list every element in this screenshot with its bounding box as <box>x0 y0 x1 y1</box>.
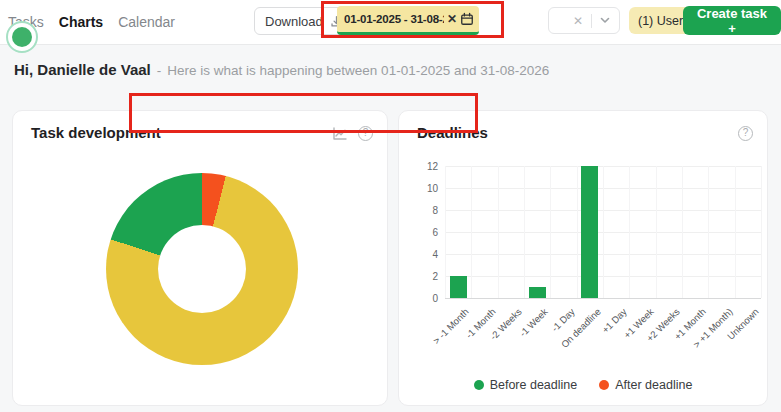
y-axis-tick: 0 <box>416 293 438 304</box>
bar-column <box>524 166 550 298</box>
bar-column <box>498 166 524 298</box>
help-icon[interactable]: ? <box>738 126 753 141</box>
bar-column <box>445 166 471 298</box>
spinner-core <box>12 27 32 47</box>
calendar-icon[interactable] <box>460 12 474 26</box>
bar-column <box>471 166 497 298</box>
select-divider <box>591 14 592 28</box>
bar-column <box>603 166 629 298</box>
greeting: Hi, Danielle de Vaal - Here is what is h… <box>14 61 549 78</box>
donut-chart <box>106 173 298 365</box>
loading-spinner-icon <box>6 21 38 53</box>
bar-column <box>656 166 682 298</box>
greeting-separator: - <box>157 63 162 78</box>
tab-calendar[interactable]: Calendar <box>118 14 175 30</box>
download-label: Download <box>265 14 323 29</box>
create-task-button[interactable]: Create task + <box>683 6 781 35</box>
bar[interactable] <box>450 276 467 298</box>
card-header-icons: ? <box>738 126 753 141</box>
y-axis-tick: 4 <box>416 249 438 260</box>
legend-dot-icon <box>474 380 484 390</box>
deadlines-title: Deadlines <box>417 124 488 141</box>
bar-column <box>682 166 708 298</box>
help-icon[interactable]: ? <box>358 126 373 141</box>
y-axis-tick: 2 <box>416 271 438 282</box>
main-content: Hi, Danielle de Vaal - Here is what is h… <box>0 45 781 412</box>
clear-filter-icon[interactable]: ✕ <box>573 15 583 27</box>
top-bar: TasksChartsCalendar Download 01-01-2025 … <box>0 0 781 45</box>
y-axis-tick: 10 <box>416 183 438 194</box>
chevron-down-icon[interactable] <box>600 17 610 24</box>
bar-column <box>708 166 734 298</box>
legend-dot-icon <box>599 380 609 390</box>
date-range-value: 01-01-2025 - 31-08-2026 <box>344 13 444 25</box>
app-root: TasksChartsCalendar Download 01-01-2025 … <box>0 0 781 412</box>
greeting-message: Here is what is happening between 01-01-… <box>167 63 549 78</box>
date-range-input[interactable]: 01-01-2025 - 31-08-2026 ✕ <box>337 6 479 35</box>
bars <box>445 166 761 298</box>
gridline-vertical <box>761 166 762 298</box>
card-header-icons: ? <box>332 126 373 141</box>
task-development-card: Task development ? <box>12 110 388 406</box>
bar-column <box>629 166 655 298</box>
chart-legend: Before deadlineAfter deadline <box>399 378 767 392</box>
deadlines-card: Deadlines ? 024681012> -1 Month-1 Month-… <box>398 110 768 406</box>
y-axis-tick: 8 <box>416 205 438 216</box>
legend-label: After deadline <box>615 378 692 392</box>
line-chart-icon[interactable] <box>332 126 348 141</box>
bar-column <box>550 166 576 298</box>
bar[interactable] <box>581 166 598 298</box>
bar[interactable] <box>529 287 546 298</box>
filter-select[interactable]: ✕ <box>548 7 620 34</box>
gridline <box>445 298 761 299</box>
task-development-title: Task development <box>31 124 161 141</box>
legend-item[interactable]: After deadline <box>599 378 692 392</box>
legend-item[interactable]: Before deadline <box>474 378 578 392</box>
donut-hole <box>158 225 246 313</box>
greeting-name: Hi, Danielle de Vaal <box>14 61 151 78</box>
bar-column <box>577 166 603 298</box>
bar-column <box>735 166 761 298</box>
bar-chart: 024681012> -1 Month-1 Month-2 Weeks-1 We… <box>445 166 761 298</box>
tab-charts[interactable]: Charts <box>59 14 103 30</box>
y-axis-tick: 12 <box>416 161 438 172</box>
legend-label: Before deadline <box>490 378 578 392</box>
y-axis-tick: 6 <box>416 227 438 238</box>
clear-date-icon[interactable]: ✕ <box>447 13 457 25</box>
